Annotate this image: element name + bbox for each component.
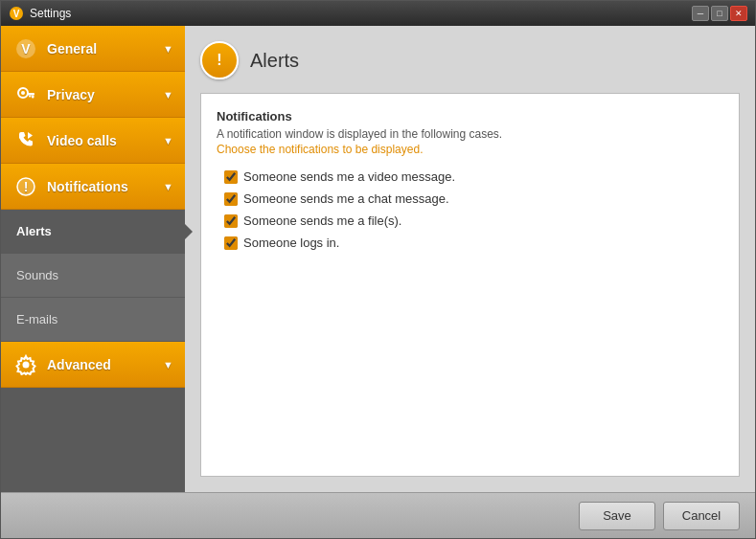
list-item[interactable]: Someone sends me a file(s). — [224, 213, 723, 228]
emails-label: E-mails — [16, 312, 57, 326]
footer: Save Cancel — [1, 492, 755, 538]
list-item[interactable]: Someone sends me a video message. — [224, 169, 723, 184]
content-box: Notifications A notification window is d… — [200, 93, 740, 477]
svg-text:V: V — [13, 9, 20, 19]
save-button[interactable]: Save — [579, 502, 655, 530]
notifications-label: Notifications — [47, 179, 163, 194]
gear-icon — [12, 351, 39, 378]
page-icon: ! — [200, 41, 239, 79]
checkbox-video-msg-label: Someone sends me a video message. — [243, 169, 455, 184]
list-item[interactable]: Someone sends me a chat message. — [224, 191, 723, 206]
checkbox-file-msg[interactable] — [224, 214, 238, 228]
window-icon: V — [9, 6, 24, 21]
section-desc: A notification window is displayed in th… — [217, 127, 723, 141]
video-calls-chevron: ▼ — [163, 135, 173, 146]
sounds-label: Sounds — [16, 268, 58, 282]
content-area: ! Alerts Notifications A notification wi… — [185, 26, 755, 492]
viber-icon: V — [12, 35, 39, 62]
svg-rect-7 — [32, 95, 34, 98]
page-header: ! Alerts — [200, 41, 740, 79]
phone-icon — [12, 127, 39, 154]
svg-point-12 — [23, 361, 30, 368]
sidebar: V General ▼ Privacy ▼ — [1, 26, 185, 492]
advanced-label: Advanced — [47, 357, 163, 372]
video-calls-label: Video calls — [47, 133, 163, 148]
svg-text:!: ! — [217, 52, 221, 68]
sidebar-item-advanced[interactable]: Advanced ▼ — [1, 342, 185, 388]
svg-text:V: V — [21, 41, 31, 56]
bell-icon: ! — [12, 173, 39, 200]
svg-marker-9 — [28, 132, 33, 139]
general-label: General — [47, 41, 163, 56]
key-icon — [12, 81, 39, 108]
maximize-button[interactable]: □ — [711, 6, 728, 21]
checkbox-chat-msg[interactable] — [224, 192, 238, 206]
page-title: Alerts — [250, 50, 299, 72]
main-content: V General ▼ Privacy ▼ — [1, 26, 755, 492]
svg-point-5 — [21, 91, 25, 95]
section-title: Notifications — [217, 109, 723, 124]
section-link[interactable]: Choose the notifications to be displayed… — [217, 143, 723, 156]
checkbox-logs-in-label: Someone logs in. — [243, 236, 339, 250]
checkbox-logs-in[interactable] — [224, 236, 238, 250]
general-chevron: ▼ — [163, 43, 173, 55]
sidebar-item-video-calls[interactable]: Video calls ▼ — [1, 118, 185, 164]
svg-rect-8 — [29, 95, 32, 97]
svg-text:!: ! — [24, 178, 29, 193]
window-title: Settings — [30, 7, 692, 20]
alerts-label: Alerts — [16, 224, 52, 238]
sidebar-subitem-alerts[interactable]: Alerts — [1, 210, 185, 254]
checkbox-file-msg-label: Someone sends me a file(s). — [243, 213, 401, 228]
sidebar-subitem-sounds[interactable]: Sounds — [1, 254, 185, 298]
list-item[interactable]: Someone logs in. — [224, 236, 723, 250]
sidebar-bottom — [1, 388, 185, 492]
advanced-chevron: ▼ — [163, 359, 173, 371]
minimize-button[interactable]: ─ — [692, 6, 709, 21]
sidebar-item-general[interactable]: V General ▼ — [1, 26, 185, 72]
sidebar-item-notifications[interactable]: ! Notifications ▼ — [1, 164, 185, 210]
checkbox-list: Someone sends me a video message. Someon… — [217, 169, 723, 250]
close-button[interactable]: ✕ — [730, 6, 747, 21]
svg-rect-6 — [27, 93, 34, 96]
notifications-chevron: ▼ — [163, 181, 173, 192]
privacy-chevron: ▼ — [163, 89, 173, 101]
sidebar-subitem-emails[interactable]: E-mails — [1, 298, 185, 342]
window-controls: ─ □ ✕ — [692, 6, 747, 21]
sidebar-item-privacy[interactable]: Privacy ▼ — [1, 72, 185, 118]
title-bar: V Settings ─ □ ✕ — [1, 1, 755, 26]
checkbox-chat-msg-label: Someone sends me a chat message. — [243, 191, 449, 206]
privacy-label: Privacy — [47, 87, 163, 102]
checkbox-video-msg[interactable] — [224, 170, 238, 184]
settings-window: V Settings ─ □ ✕ V General ▼ — [0, 0, 756, 539]
cancel-button[interactable]: Cancel — [663, 502, 740, 530]
